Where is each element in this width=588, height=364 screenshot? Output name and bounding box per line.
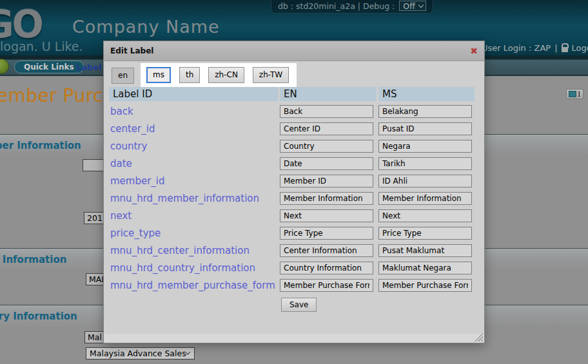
dialog-body: en ms th zh-CN zh-TW Label ID EN MS bbox=[104, 61, 484, 343]
label-id-link[interactable]: mnu_hrd_center_information bbox=[109, 245, 280, 256]
en-translation-input[interactable] bbox=[280, 262, 373, 274]
edit-label-dialog: Edit Label ✖ en ms th zh-CN zh-TW Label … bbox=[103, 41, 485, 343]
label-id-link[interactable]: back bbox=[109, 106, 280, 117]
label-id-link[interactable]: center_id bbox=[109, 123, 280, 135]
en-translation-input[interactable] bbox=[280, 192, 373, 205]
table-row: back bbox=[109, 102, 479, 120]
close-icon[interactable]: ✖ bbox=[470, 46, 478, 55]
en-translation-input[interactable] bbox=[280, 140, 373, 153]
tab-language[interactable]: th bbox=[179, 67, 200, 83]
label-id-link[interactable]: member_id bbox=[109, 175, 280, 187]
ms-translation-input[interactable] bbox=[378, 192, 472, 205]
dialog-titlebar[interactable]: Edit Label ✖ bbox=[104, 41, 484, 61]
table-row: member_id bbox=[109, 172, 479, 189]
label-id-link[interactable]: mnu_hrd_member_purchase_form bbox=[109, 280, 280, 291]
label-id-link[interactable]: next bbox=[109, 210, 280, 222]
en-translation-input[interactable] bbox=[280, 157, 373, 170]
table-row: price_type bbox=[109, 224, 479, 242]
tab-language-en[interactable]: en bbox=[112, 68, 134, 84]
dialog-footer bbox=[104, 334, 484, 343]
save-row: Save bbox=[109, 298, 479, 312]
language-tabs: en ms th zh-CN zh-TW bbox=[109, 63, 479, 87]
dialog-title: Edit Label bbox=[110, 46, 153, 55]
en-translation-input[interactable] bbox=[280, 209, 373, 222]
table-row: center_id bbox=[109, 120, 479, 137]
ms-translation-input[interactable] bbox=[378, 209, 472, 222]
save-button[interactable]: Save bbox=[281, 298, 317, 312]
tab-language[interactable]: zh-CN bbox=[208, 67, 244, 83]
column-header-label-id: Label ID bbox=[109, 87, 278, 101]
ms-translation-input[interactable] bbox=[378, 279, 472, 292]
table-row: next bbox=[109, 207, 479, 224]
label-id-link[interactable]: country bbox=[109, 140, 280, 152]
ms-translation-input[interactable] bbox=[378, 105, 472, 118]
ms-translation-input[interactable] bbox=[378, 262, 472, 274]
en-translation-input[interactable] bbox=[280, 279, 373, 292]
ms-translation-input[interactable] bbox=[378, 244, 472, 257]
table-row: country bbox=[109, 137, 479, 155]
en-translation-input[interactable] bbox=[280, 175, 373, 187]
ms-translation-input[interactable] bbox=[378, 140, 472, 153]
en-translation-input[interactable] bbox=[280, 227, 373, 240]
en-translation-input[interactable] bbox=[280, 105, 373, 118]
tab-language[interactable]: zh-TW bbox=[253, 67, 289, 83]
en-translation-input[interactable] bbox=[280, 244, 373, 257]
table-row: mnu_hrd_member_information bbox=[109, 189, 479, 207]
tab-language[interactable]: ms bbox=[146, 67, 171, 83]
ms-translation-input[interactable] bbox=[378, 175, 472, 187]
table-row: date bbox=[109, 155, 479, 172]
column-header-ms: MS bbox=[378, 87, 475, 101]
label-table: back center_id country date bbox=[109, 102, 479, 294]
table-row: mnu_hrd_member_purchase_form bbox=[109, 276, 479, 294]
ms-translation-input[interactable] bbox=[378, 227, 472, 240]
label-id-link[interactable]: mnu_hrd_member_information bbox=[109, 193, 280, 204]
table-header-row: Label ID EN MS bbox=[109, 87, 479, 101]
ms-translation-input[interactable] bbox=[378, 122, 472, 135]
column-header-en: EN bbox=[280, 87, 377, 101]
ms-translation-input[interactable] bbox=[378, 157, 472, 170]
label-id-link[interactable]: mnu_hrd_country_information bbox=[109, 262, 280, 274]
label-id-link[interactable]: price_type bbox=[109, 227, 280, 239]
language-tabs-strip: ms th zh-CN zh-TW bbox=[141, 63, 297, 87]
label-id-link[interactable]: date bbox=[109, 158, 280, 169]
en-translation-input[interactable] bbox=[280, 122, 373, 135]
table-row: mnu_hrd_country_information bbox=[109, 259, 479, 276]
table-row: mnu_hrd_center_information bbox=[109, 242, 479, 259]
